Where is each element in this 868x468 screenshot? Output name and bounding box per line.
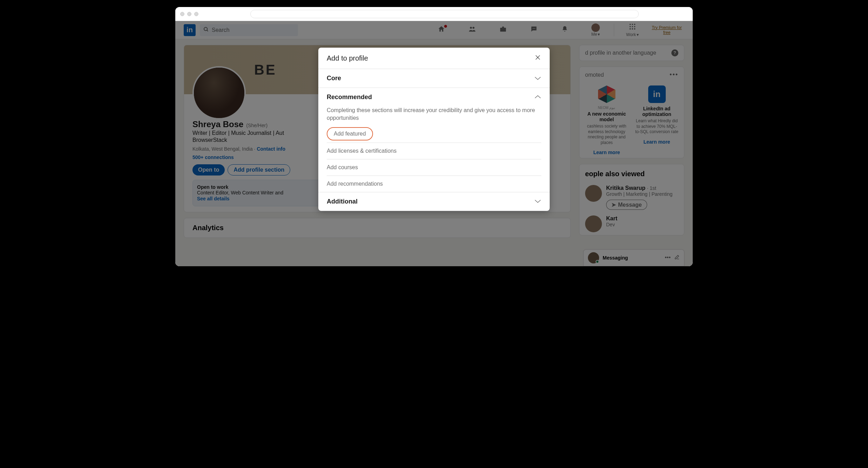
- browser-chrome: [175, 7, 693, 21]
- add-to-profile-modal: Add to profile Core Recommended Completi…: [318, 48, 550, 211]
- page-root: in Search Me ▾: [175, 21, 693, 266]
- chevron-up-icon: [534, 95, 541, 100]
- browser-window: in Search Me ▾: [175, 7, 693, 266]
- section-label: Core: [327, 75, 341, 82]
- chevron-down-icon: [534, 76, 541, 81]
- section-label: Additional: [327, 198, 358, 205]
- option-add-featured[interactable]: Add featured: [327, 127, 373, 140]
- modal-body[interactable]: Core Recommended Completing these sectio…: [318, 69, 550, 211]
- maximize-window-icon[interactable]: [194, 12, 198, 16]
- chevron-down-icon: [534, 199, 541, 204]
- minimize-window-icon[interactable]: [187, 12, 191, 16]
- option-add-licenses[interactable]: Add licenses & certifications: [327, 143, 541, 159]
- section-label: Recommended: [327, 94, 372, 101]
- close-button[interactable]: [534, 53, 541, 63]
- close-window-icon[interactable]: [180, 12, 184, 16]
- option-add-courses[interactable]: Add courses: [327, 159, 541, 176]
- section-core[interactable]: Core: [318, 69, 550, 88]
- option-add-recommendations[interactable]: Add recommendations: [327, 176, 541, 192]
- section-additional[interactable]: Additional: [318, 192, 550, 211]
- section-description: Completing these sections will increase …: [318, 106, 550, 125]
- address-bar[interactable]: [250, 10, 639, 18]
- modal-title: Add to profile: [327, 54, 368, 62]
- section-recommended[interactable]: Recommended: [318, 88, 550, 106]
